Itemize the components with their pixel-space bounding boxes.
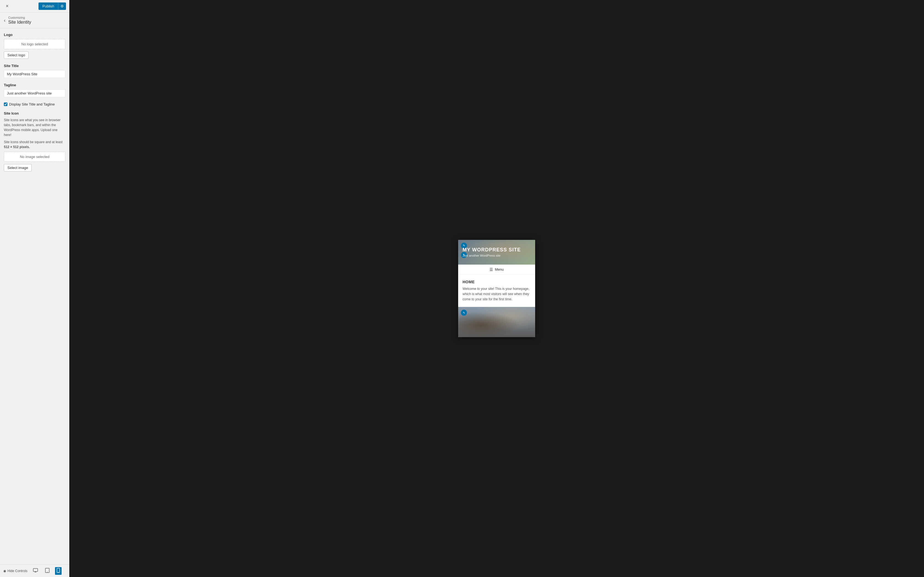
preview-image-block-inner [458, 307, 535, 337]
customizing-label: Customizing [8, 16, 31, 19]
nav-menu-label: Menu [495, 268, 504, 271]
site-icon-description-1: Site Icons are what you see in browser t… [4, 118, 65, 137]
eye-icon: ◉ [3, 569, 6, 573]
select-image-button[interactable]: Select image [4, 164, 32, 171]
publish-button[interactable]: Publish [39, 2, 58, 10]
preview-nav: ☰ Menu [458, 264, 535, 275]
mobile-icon [57, 568, 60, 574]
preview-content: HOME Welcome to your site! This is your … [458, 275, 535, 307]
publish-settings-button[interactable]: ⚙ [58, 2, 66, 10]
preview-area: ✎ MY WORDPRESS SITE ✎ Just another WordP… [69, 0, 924, 577]
section-header: ‹ Customizing Site Identity [0, 13, 69, 28]
pencil-icon-3: ✎ [463, 311, 465, 314]
select-logo-button[interactable]: Select logo [4, 52, 29, 59]
svg-point-4 [47, 572, 48, 572]
hide-controls-button[interactable]: ◉ Hide Controls [3, 569, 27, 573]
preview-hero: ✎ MY WORDPRESS SITE ✎ Just another WordP… [458, 240, 535, 264]
hamburger-icon: ☰ [489, 268, 493, 272]
site-title-input[interactable] [4, 70, 65, 78]
site-icon-field-group: Site Icon Site Icons are what you see in… [4, 111, 65, 171]
top-bar: × Publish ⚙ [0, 0, 69, 13]
desktop-device-button[interactable] [31, 567, 40, 575]
svg-rect-0 [33, 569, 38, 572]
site-title-label: Site Title [4, 64, 65, 68]
tagline-input[interactable] [4, 89, 65, 97]
publish-group: Publish ⚙ [39, 2, 66, 10]
bottom-bar: ◉ Hide Controls [0, 564, 69, 577]
section-title: Site Identity [8, 19, 31, 25]
site-icon-description-2: Site Icons should be square and at least… [4, 140, 65, 150]
gear-icon: ⚙ [60, 4, 64, 8]
display-title-tagline-label: Display Site Title and Tagline [9, 102, 55, 106]
display-title-tagline-group: Display Site Title and Tagline [4, 102, 65, 106]
pencil-icon: ✎ [463, 244, 465, 247]
site-icon-no-selection: No image selected [4, 152, 65, 162]
back-button[interactable]: ‹ [4, 18, 5, 23]
logo-field-group: Logo No logo selected Select logo [4, 33, 65, 59]
logo-label: Logo [4, 33, 65, 37]
tablet-device-button[interactable] [44, 567, 51, 575]
tablet-icon [45, 568, 50, 574]
mobile-device-button[interactable] [55, 567, 61, 575]
site-title-field-group: Site Title [4, 64, 65, 78]
logo-no-selection: No logo selected [4, 39, 65, 49]
display-title-tagline-checkbox[interactable] [4, 103, 7, 106]
preview-frame: ✎ MY WORDPRESS SITE ✎ Just another WordP… [458, 240, 535, 337]
tagline-field-group: Tagline [4, 83, 65, 97]
close-button[interactable]: × [3, 2, 11, 10]
panel-content: Logo No logo selected Select logo Site T… [0, 28, 69, 564]
desktop-icon [33, 568, 38, 574]
preview-site-title: MY WORDPRESS SITE [462, 247, 531, 253]
site-icon-label: Site Icon [4, 111, 65, 115]
preview-home-text: Welcome to your site! This is your homep… [462, 286, 531, 302]
preview-home-title: HOME [462, 280, 531, 284]
preview-image-block: ✎ [458, 307, 535, 337]
svg-point-6 [58, 572, 58, 572]
preview-tagline: Just another WordPress site [462, 254, 531, 257]
hide-controls-label: Hide Controls [7, 569, 27, 573]
section-title-group: Customizing Site Identity [8, 16, 31, 25]
left-panel: × Publish ⚙ ‹ Customizing Site Identity … [0, 0, 69, 577]
tagline-label: Tagline [4, 83, 65, 87]
